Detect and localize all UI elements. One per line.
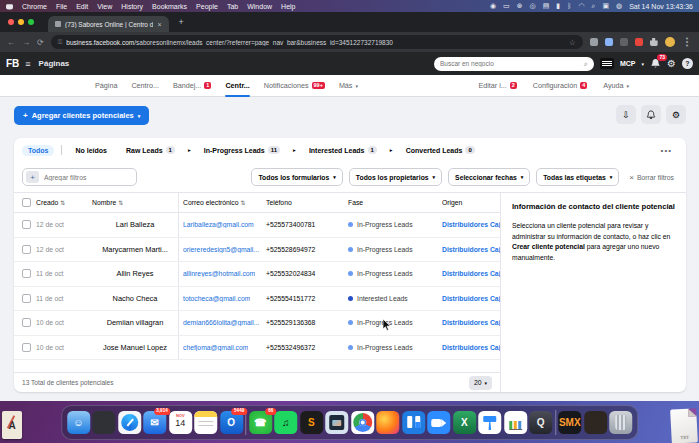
tab-raw-leads[interactable]: Raw Leads 1 [120,144,181,156]
menu-bookmarks[interactable]: Bookmarks [152,3,187,10]
filter-fechas[interactable]: Seleccionar fechas ▾ [448,168,530,186]
menu-chrome[interactable]: Chrome [22,3,47,10]
txt-document-icon[interactable]: TXT [670,408,698,443]
nav-centro-clientes[interactable]: Centr... [225,75,249,97]
nav-configuracion[interactable]: Configuración 4 [533,75,587,97]
origin-link[interactable]: Distribuidores Caj... [442,344,500,351]
tab-no-leidos[interactable]: No leídos [69,145,113,156]
address-bar[interactable]: ⚿ business.facebook.com/saboresonlinemx/… [51,35,583,49]
extension-icon-4[interactable] [635,38,643,46]
table-row[interactable]: 10 de oct Jose Manuel Lopez chefjoma@gma… [14,336,500,361]
mail-icon[interactable]: ✉ 3,914 [143,411,166,434]
account-chevron-down-icon[interactable]: ▾ [642,61,645,67]
close-window-button[interactable] [8,19,14,25]
menubar-clock[interactable]: Sat 14 Nov 13:43:36 [629,3,693,10]
filter-formularios[interactable]: Todos los formularios ▾ [251,168,342,186]
help-icon[interactable]: ? [682,58,693,69]
nav-notificaciones[interactable]: Notificaciones 99+ [264,75,325,97]
excel-icon[interactable]: X [453,411,476,434]
col-email[interactable]: Correo electrónico⇅ [178,193,266,212]
alerts-button[interactable] [641,105,661,124]
nav-ayuda[interactable]: Ayuda ▾ [603,75,629,97]
tab-close-icon[interactable]: × [157,21,161,28]
table-row[interactable]: 11 de oct Allin Reyes allinreyes@hotmail… [14,262,500,287]
photos-icon[interactable] [325,411,348,434]
menu-window[interactable]: Window [247,3,272,10]
origin-link[interactable]: Distribuidores Caj... [442,246,500,253]
table-row[interactable]: 10 de oct Demiian villagran demian666lol… [14,311,500,336]
row-checkbox[interactable] [22,245,31,254]
tab-in-progress-leads[interactable]: In-Progress Leads 11 [198,144,286,156]
reload-icon[interactable]: ⟳ [37,38,44,47]
outlook-icon[interactable]: O 5449 [220,411,243,434]
col-origin[interactable]: Origen [442,199,500,206]
col-name[interactable]: Nombre⇅ [92,199,178,206]
business-search[interactable]: ⌕ [434,57,594,71]
keynote-icon[interactable] [478,411,501,434]
col-phone[interactable]: Teléfono [266,199,348,206]
chrome-icon[interactable] [351,411,374,434]
calendar-icon[interactable]: NOV 14 [169,411,192,434]
download-button[interactable]: ⇩ [616,105,636,124]
menu-tab[interactable]: Tab [227,3,238,10]
origin-link[interactable]: Distribuidores Caj... [442,319,500,326]
email-link[interactable]: oriereredesign5@gmail... [183,246,259,253]
account-switcher[interactable]: MCP [620,60,636,67]
email-link[interactable]: Lariballeza@gmail.com [183,221,254,228]
origin-link[interactable]: Distribuidores Caj... [442,221,500,228]
extensions-puzzle-icon[interactable] [650,38,658,46]
quicktime-icon[interactable]: Q [529,411,552,434]
finder-icon[interactable]: ☺ [67,411,90,434]
email-link[interactable]: demian666lolita@gmail... [183,319,259,326]
browser-tab[interactable]: (73) Sabores Online | Centro d × [48,16,169,32]
sort-icon[interactable]: ⇅ [60,199,65,206]
origin-link[interactable]: Distribuidores Caj... [442,270,500,277]
launchpad-icon[interactable] [92,411,115,434]
menu-view[interactable]: View [97,3,112,10]
tab-converted-leads[interactable]: Converted Leads 0 [400,144,481,156]
email-link[interactable]: totocheca@gmail.com [183,295,250,302]
whatsapp-icon[interactable]: ☎ 66 [249,411,272,434]
email-link[interactable]: allinreyes@hotmail.com [183,270,255,277]
add-leads-button[interactable]: + Agregar clientes potenciales ▾ [14,106,149,125]
notes-icon[interactable] [194,411,217,434]
trello-icon[interactable] [402,411,425,434]
zoom-icon[interactable] [427,411,450,434]
downloads-folder-icon[interactable] [584,411,607,434]
nav-pagina[interactable]: Página [95,75,117,97]
menu-people[interactable]: People [196,3,218,10]
tab-todos[interactable]: Todos [22,145,54,156]
tab-interested-leads[interactable]: Interested Leads 1 [303,144,383,156]
row-checkbox[interactable] [22,269,31,278]
clear-filters-button[interactable]: × Borrar filtros [625,173,678,182]
forward-icon[interactable]: → [22,38,30,47]
row-checkbox[interactable] [22,318,31,327]
nav-bandeja[interactable]: Bandej... 1 [173,75,211,97]
filters-text-input[interactable] [44,174,133,181]
lock-icon[interactable]: ⚿ [58,39,63,46]
select-all-checkbox[interactable] [22,198,31,207]
minimized-window-thumbnail[interactable]: A [2,411,22,439]
menu-history[interactable]: History [121,3,143,10]
business-tile-icon[interactable] [600,58,614,69]
add-filters-input[interactable]: + [22,168,137,186]
settings-button[interactable]: ⚙ [666,105,686,124]
extension-icon-3[interactable] [620,38,628,46]
browser-menu-icon[interactable]: ••• [683,37,690,47]
more-tabs-icon[interactable]: ••• [661,146,678,155]
menu-file[interactable]: File [56,3,67,10]
hamburger-menu-icon[interactable]: ≡ [25,59,30,69]
smx-file-icon[interactable]: SMX [558,411,581,434]
filter-etiquetas[interactable]: Todas las etiquetas ▾ [536,168,619,186]
extension-icon-1[interactable] [590,38,598,46]
col-created[interactable]: Creado⇅ [36,199,92,206]
facebook-logo[interactable]: FB [6,58,19,69]
table-row[interactable]: 11 de oct Nacho Checa totocheca@gmail.co… [14,287,500,312]
sort-icon[interactable]: ⇅ [241,199,246,206]
table-row[interactable]: 12 de oct Lari Balleza Lariballeza@gmail… [14,213,500,238]
row-checkbox[interactable] [22,220,31,229]
col-stage[interactable]: Fase [348,199,442,206]
apple-menu-icon[interactable] [6,3,13,10]
row-checkbox[interactable] [22,343,31,352]
safari-icon[interactable] [118,411,141,434]
